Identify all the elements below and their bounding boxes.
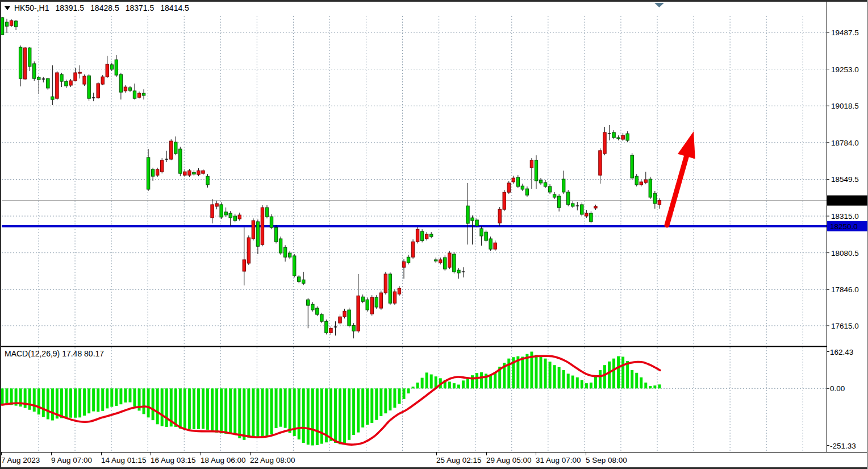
time-axis-label[interactable]: 31 Aug 07:00 xyxy=(536,456,581,464)
candle-bull xyxy=(238,215,241,219)
time-axis-label[interactable]: 25 Aug 02:15 xyxy=(436,456,482,464)
candle-bear xyxy=(348,310,350,326)
time-axis-label[interactable]: 18 Aug 06:00 xyxy=(201,456,246,464)
macd-histogram-bar xyxy=(110,388,113,406)
ohlc-close: 18414.5 xyxy=(160,3,189,13)
macd-histogram-bar xyxy=(544,359,547,389)
candle-bear xyxy=(220,205,223,217)
candle-bear xyxy=(133,91,136,98)
macd-histogram-bar xyxy=(416,383,419,388)
time-axis-label[interactable]: 7 Aug 2023 xyxy=(1,456,40,464)
macd-histogram-bar xyxy=(462,380,465,388)
macd-histogram-bar xyxy=(644,383,647,388)
candle-bear xyxy=(562,179,565,192)
macd-histogram-bar xyxy=(229,388,232,434)
macd-histogram-bar xyxy=(279,388,282,426)
macd-histogram-bar xyxy=(188,388,191,429)
macd-histogram-bar xyxy=(28,388,31,409)
price-axis-label[interactable]: 17846.0 xyxy=(831,285,859,294)
macd-histogram-bar xyxy=(540,356,542,389)
macd-histogram-bar xyxy=(147,388,150,417)
candle-bull xyxy=(106,64,108,77)
candle-bear xyxy=(320,314,323,321)
macd-histogram-bar xyxy=(51,388,54,420)
macd-histogram-bar xyxy=(594,377,597,389)
candle-bear xyxy=(516,177,519,186)
candle-bull xyxy=(243,260,245,271)
candle-bear xyxy=(581,205,583,214)
price-axis-label[interactable]: 18784.0 xyxy=(831,139,859,147)
candle-bear xyxy=(283,247,286,257)
candle-bear xyxy=(19,47,22,78)
time-axis-label[interactable]: 9 Aug 07:00 xyxy=(51,456,92,464)
candle-bull xyxy=(78,72,81,73)
macd-histogram-bar xyxy=(581,380,583,389)
candle-bear xyxy=(352,325,355,331)
candle-bull xyxy=(183,172,186,175)
candle-bull xyxy=(83,76,86,84)
time-axis-label[interactable]: 29 Aug 05:00 xyxy=(486,456,532,464)
candle-bull xyxy=(357,296,360,331)
macd-histogram-bar xyxy=(42,388,45,417)
candle-bear xyxy=(115,60,118,75)
candle-bull xyxy=(498,209,501,223)
candle-bear xyxy=(407,257,410,263)
candle-bull xyxy=(202,171,205,173)
support-price-badge-label[interactable]: 18250.0 xyxy=(830,222,858,231)
candle-bear xyxy=(270,217,273,227)
candle-bear xyxy=(485,232,487,240)
price-axis-label[interactable]: 18080.5 xyxy=(831,249,859,258)
macd-axis-label[interactable]: 162.43 xyxy=(830,348,853,356)
candle-bear xyxy=(65,81,68,86)
candle-bear xyxy=(87,76,90,98)
price-axis-label[interactable]: 19018.5 xyxy=(831,102,859,110)
macd-histogram-bar xyxy=(379,388,382,416)
symbol-dropdown-icon[interactable] xyxy=(5,6,11,11)
trading-platform-window: 19487.519253.019018.518784.018549.518315… xyxy=(0,0,868,469)
candle-bull xyxy=(74,73,77,81)
candle-bear xyxy=(539,180,542,183)
macd-histogram-bar xyxy=(370,388,373,423)
price-axis-label[interactable]: 18549.5 xyxy=(831,175,859,184)
candle-bull xyxy=(170,141,173,159)
chart-canvas[interactable]: 19487.519253.019018.518784.018549.518315… xyxy=(0,0,868,469)
price-axis-label[interactable]: 19253.0 xyxy=(831,65,859,74)
candle-bear xyxy=(279,239,282,253)
current-price-badge-label[interactable]: 18414.5 xyxy=(830,197,858,205)
candle-bear xyxy=(635,176,638,185)
price-axis-label[interactable]: 19487.5 xyxy=(831,28,859,37)
candle-bull xyxy=(507,183,510,192)
candle-bear xyxy=(544,182,546,186)
macd-histogram-bar xyxy=(430,375,433,389)
candle-bull xyxy=(599,151,602,175)
candle-bear xyxy=(151,169,154,176)
candle-bull xyxy=(215,204,218,206)
macd-histogram-bar xyxy=(133,388,136,406)
macd-histogram-bar xyxy=(174,388,177,427)
time-axis-label[interactable]: 14 Aug 01:15 xyxy=(101,456,147,464)
macd-histogram-bar xyxy=(69,388,72,417)
macd-histogram-bar xyxy=(521,356,524,388)
time-axis-label[interactable]: 16 Aug 03:15 xyxy=(151,456,196,464)
macd-axis-label[interactable]: 0.00 xyxy=(830,384,845,393)
macd-histogram-bar xyxy=(183,388,186,429)
candle-bear xyxy=(14,21,17,27)
macd-histogram-bar xyxy=(156,388,159,424)
time-axis-label[interactable]: 22 Aug 08:00 xyxy=(250,456,295,464)
candle-bear xyxy=(110,65,113,69)
candle-bear xyxy=(128,88,131,90)
candle-bull xyxy=(329,328,332,333)
candle-bear xyxy=(302,280,305,283)
macd-histogram-bar xyxy=(101,388,104,410)
macd-axis-label[interactable]: -251.33 xyxy=(830,442,856,450)
macd-histogram-bar xyxy=(626,361,629,388)
macd-histogram-bar xyxy=(549,362,552,388)
macd-histogram-bar xyxy=(425,372,428,388)
candle-bear xyxy=(626,134,629,140)
macd-histogram-bar xyxy=(535,355,537,388)
time-axis-label[interactable]: 5 Sep 08:00 xyxy=(586,456,627,464)
price-axis-label[interactable]: 17615.0 xyxy=(831,322,859,330)
candle-bear xyxy=(548,186,551,192)
price-axis-label[interactable]: 18315.0 xyxy=(831,212,859,221)
candle-bear xyxy=(471,218,474,221)
